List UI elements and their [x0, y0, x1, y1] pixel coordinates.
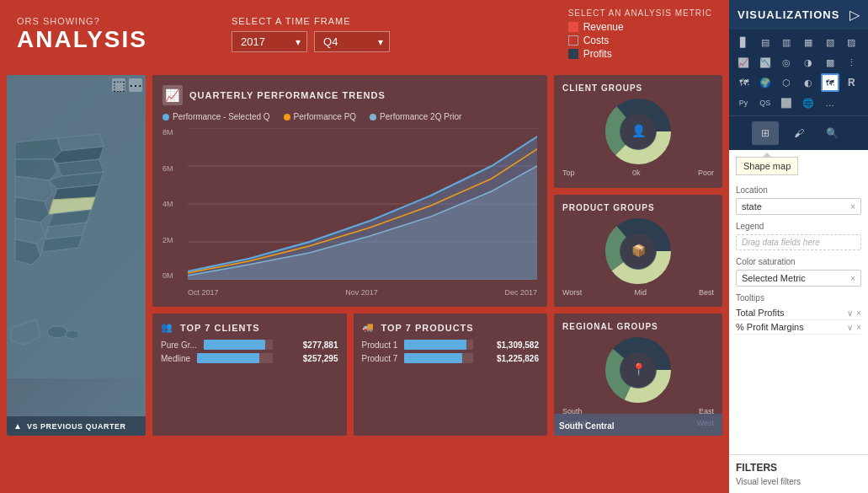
client-poor-label: Poor [698, 169, 714, 177]
map-footer-icon: ▲ [13, 421, 22, 431]
client-2-value: $257,295 [280, 354, 338, 363]
map-footer[interactable]: ▲ VS PREVIOUS QUARTER [7, 416, 146, 436]
product-groups-donut: 📦 [596, 217, 680, 285]
viz-icon-card[interactable]: ▨ [842, 33, 860, 51]
viz-tooltip-total-profits-icons: ∨ × [847, 308, 861, 318]
viz-legend-section: Legend Drag data fields here [736, 222, 861, 250]
viz-icon-line[interactable]: 📈 [734, 53, 753, 72]
viz-tooltip-pm-remove-icon[interactable]: × [856, 323, 861, 332]
client-2-bar [197, 353, 259, 363]
viz-icon-custom4[interactable] [842, 94, 860, 112]
viz-row-4: Py QS ⬜ 🌐 … [734, 94, 863, 112]
x-oct: Oct 2017 [188, 288, 219, 297]
viz-icon-stacked-bar[interactable]: ▤ [756, 33, 775, 51]
south-central-label: South Central [559, 421, 615, 431]
legend-2q-prior: Performance 2Q Prior [370, 112, 461, 121]
viz-location-value: state [742, 201, 762, 212]
viz-tooltip-down-icon[interactable]: ∨ [847, 308, 853, 318]
svg-point-18 [66, 330, 79, 339]
products-card: 🚚 TOP 7 PRODUCTS Product 1 $1,309,582 Pr… [354, 313, 548, 436]
dashboard: ORS SHOWING? ANALYSIS SELECT A TIME FRAM… [0, 0, 729, 493]
viz-icon-treemap[interactable]: ▩ [821, 53, 839, 72]
viz-icon-custom1[interactable]: ⬜ [777, 94, 796, 112]
viz-icon-custom2[interactable]: 🌐 [799, 94, 817, 112]
viz-legend-placeholder: Drag data fields here [736, 234, 861, 250]
map-expand-icon[interactable]: ⬚ [112, 78, 125, 92]
year-dropdown[interactable]: 2017 [232, 31, 307, 52]
product-1-bar [404, 340, 466, 350]
viz-icon-gauge[interactable]: ◐ [799, 73, 817, 92]
viz-icon-cluster-bar[interactable]: ▥ [777, 33, 796, 51]
viz-tooltip-total-profits-label: Total Profits [736, 308, 784, 318]
viz-color-saturation-remove[interactable]: × [850, 274, 855, 283]
viz-row-1: ▊ ▤ ▥ ▦ ▧ ▨ [734, 33, 863, 51]
costs-checkbox[interactable] [568, 35, 578, 46]
viz-icons-section: ▊ ▤ ▥ ▦ ▧ ▨ 📈 📉 ◎ ◑ ▩ ⋮ 🗺 🌍 ⬡ ◐ 🗺 R Py Q… [729, 29, 868, 115]
viz-icon-matrix[interactable]: ▧ [821, 33, 839, 51]
metric-costs[interactable]: Costs [568, 35, 712, 46]
viz-tooltip-remove-icon[interactable]: × [856, 308, 861, 318]
viz-location-label: Location [736, 185, 861, 195]
viz-legend-label: Legend [736, 222, 861, 231]
map-panel: ⬚ ⋯ [7, 75, 146, 436]
product-1-label: Product 1 [362, 340, 398, 350]
map-menu-icon[interactable]: ⋯ [129, 78, 142, 92]
quarter-dropdown[interactable]: Q4 [314, 31, 390, 52]
profits-checkbox[interactable] [568, 49, 578, 59]
viz-icon-map[interactable]: 🗺 [734, 73, 753, 92]
y-8m: 8M [162, 128, 177, 137]
revenue-checkbox[interactable] [568, 22, 578, 32]
product-mid-label: Mid [634, 288, 647, 297]
viz-icon-qs[interactable]: QS [756, 94, 775, 112]
y-axis: 8M 6M 4M 2M 0M [162, 128, 177, 280]
y-0m: 0M [162, 271, 177, 280]
header-subtitle: ORS SHOWING? [17, 16, 147, 26]
product-best-label: Best [699, 288, 714, 297]
client-groups-labels: Top 0k Poor [562, 169, 714, 177]
metric-profits[interactable]: Profits [568, 48, 712, 60]
clients-title: 👥 TOP 7 CLIENTS [161, 322, 338, 333]
header: ORS SHOWING? ANALYSIS SELECT A TIME FRAM… [0, 0, 729, 68]
viz-icon-table[interactable]: ▦ [799, 33, 817, 51]
viz-icon-filled-map[interactable]: 🌍 [756, 73, 775, 92]
year-dropdown-wrapper[interactable]: 2017 [232, 31, 307, 52]
viz-tooltip-profit-margins[interactable]: % Profit Margins ∨ × [736, 320, 861, 335]
legend-dot-selected [162, 114, 169, 121]
x-axis: Oct 2017 Nov 2017 Dec 2017 [188, 288, 537, 297]
metric-revenue[interactable]: Revenue [568, 21, 712, 33]
viz-icon-funnel[interactable]: ⬡ [777, 73, 796, 92]
viz-icon-bar[interactable]: ▊ [734, 33, 753, 51]
chart-svg [188, 128, 537, 280]
costs-label: Costs [583, 35, 610, 46]
viz-icon-python[interactable]: Py [734, 94, 753, 112]
viz-icon-r[interactable]: R [842, 73, 860, 92]
viz-icon-scatter[interactable]: ⋮ [842, 53, 860, 72]
viz-location-remove[interactable]: × [850, 202, 855, 212]
viz-expand-icon[interactable]: ▷ [849, 7, 860, 23]
viz-row-3: 🗺 🌍 ⬡ ◐ 🗺 R [734, 73, 863, 92]
legend-selected-q: Performance - Selected Q [162, 112, 270, 121]
viz-icon-pie[interactable]: ◑ [799, 53, 817, 72]
quarter-dropdown-wrapper[interactable]: Q4 [314, 31, 390, 52]
viz-icon-area[interactable]: 📉 [756, 53, 775, 72]
client-row-2: Medline $257,295 [161, 353, 338, 363]
viz-panel: VISUALIZATIONS ▷ ▊ ▤ ▥ ▦ ▧ ▨ 📈 📉 ◎ ◑ ▩ ⋮… [729, 0, 868, 493]
viz-location-field: state × [736, 198, 861, 215]
viz-icon-donut[interactable]: ◎ [777, 53, 796, 72]
viz-icon-shape-map[interactable]: 🗺 [821, 73, 839, 92]
viz-tooltip-total-profits[interactable]: Total Profits ∨ × [736, 306, 861, 320]
viz-panel-title: VISUALIZATIONS [738, 8, 839, 21]
viz-tooltip-pm-down-icon[interactable]: ∨ [847, 323, 853, 332]
viz-sub-fields[interactable]: ⊞ [752, 121, 779, 145]
x-dec: Dec 2017 [504, 288, 537, 297]
viz-sub-analytics[interactable]: 🔍 [819, 121, 846, 145]
charts-right: CLIENT GROUPS 👤 Top 0k Poor PRODUCT GR [554, 75, 722, 436]
chart-legend: Performance - Selected Q Performance PQ … [162, 112, 537, 121]
viz-icon-custom3[interactable]: … [821, 94, 839, 112]
viz-color-saturation-section: Color saturation Selected Metric × [736, 257, 861, 287]
viz-sub-format[interactable]: 🖌 [785, 121, 812, 145]
header-title: ANALYSIS [17, 26, 147, 53]
viz-color-saturation-value: Selected Metric [742, 273, 806, 283]
header-right: SELECT AN ANALYSIS METRIC Revenue Costs … [568, 8, 712, 60]
legend-dot-pq [284, 114, 290, 121]
